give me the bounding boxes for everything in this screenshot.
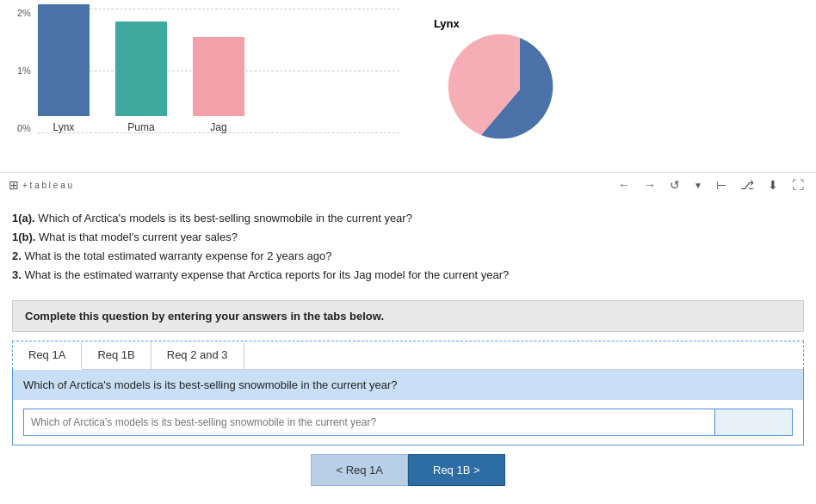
pie-area: Lynx (399, 9, 606, 172)
bar-puma (115, 22, 167, 116)
answer-input-wrapper (23, 409, 793, 436)
home-icon[interactable]: ⊢ (713, 176, 730, 194)
bar-jag (193, 37, 244, 116)
tableau-logo-text: + t a b l e a u (22, 181, 72, 190)
questions-section: 1(a). Which of Arctica's models is its b… (0, 197, 816, 292)
y-label-1pct: 1% (17, 66, 31, 76)
tabs-row: Req 1A Req 1B Req 2 and 3 (13, 341, 803, 370)
tableau-grid-icon: ⊞ (9, 178, 19, 192)
next-button[interactable]: Req 1B > (408, 454, 505, 486)
bar-label-jag: Jag (210, 121, 226, 133)
forward-icon[interactable]: → (640, 176, 659, 194)
complete-instruction-box: Complete this question by entering your … (12, 300, 804, 332)
q2-prefix: 2. (12, 249, 22, 262)
dropdown-icon[interactable]: ▼ (690, 179, 706, 192)
fullscreen-icon[interactable]: ⛶ (788, 176, 807, 194)
q1b-prefix: 1(b). (12, 230, 35, 243)
tab-req1a[interactable]: Req 1A (13, 341, 82, 370)
download-icon[interactable]: ⬇ (764, 176, 782, 194)
prev-button-label: < Req 1A (336, 464, 383, 476)
q3-text: What is the estimated warranty expense t… (24, 268, 509, 281)
y-label-2pct: 2% (17, 9, 31, 18)
active-question-display: Which of Arctica's models is its best-se… (12, 370, 804, 400)
bar-lynx (38, 4, 90, 116)
chart-area: 2% 1% 0% Lynx Puma Jag Lynx (0, 0, 816, 172)
question-1b: 1(b). What is that model's current year … (12, 228, 804, 247)
share-icon[interactable]: ⎇ (737, 176, 757, 194)
bar-label-lynx: Lynx (53, 121, 74, 133)
question-1a: 1(a). Which of Arctica's models is its b… (12, 209, 804, 228)
tab-req1b[interactable]: Req 1B (82, 341, 151, 369)
prev-button[interactable]: < Req 1A (311, 454, 408, 486)
bar-chart: Lynx Puma Jag (38, 9, 399, 159)
q1a-text: Which of Arctica's models is its best-se… (38, 212, 412, 224)
bar-group-puma: Puma (115, 22, 167, 133)
bar-group-lynx: Lynx (38, 4, 90, 133)
refresh-icon[interactable]: ↺ (666, 176, 683, 194)
y-axis: 2% 1% 0% (17, 9, 38, 159)
bar-label-puma: Puma (127, 121, 154, 133)
pie-chart-svg (434, 34, 606, 145)
tableau-logo: ⊞ + t a b l e a u (9, 178, 72, 192)
question-3: 3. What is the estimated warranty expens… (12, 266, 804, 285)
back-icon[interactable]: ← (615, 176, 634, 194)
question-2: 2. What is the total estimated warranty … (12, 247, 804, 266)
answer-input[interactable] (24, 411, 714, 433)
nav-buttons: < Req 1A Req 1B > (0, 454, 816, 486)
tableau-toolbar: ⊞ + t a b l e a u ← → ↺ ▼ ⊢ ⎇ ⬇ ⛶ (0, 172, 816, 197)
answer-area (12, 400, 804, 446)
pie-label: Lynx (434, 17, 460, 30)
next-button-label: Req 1B > (433, 464, 480, 476)
tabs-section: Req 1A Req 1B Req 2 and 3 (12, 341, 804, 370)
active-question-text: Which of Arctica's models is its best-se… (23, 378, 398, 391)
q2-text: What is the total estimated warranty exp… (24, 249, 331, 262)
bars-wrapper: Lynx Puma Jag (38, 9, 244, 133)
complete-instruction-text: Complete this question by entering your … (25, 310, 384, 323)
q1a-prefix: 1(a). (12, 212, 35, 224)
y-label-0pct: 0% (17, 124, 31, 133)
input-side-decoration (714, 409, 792, 435)
q1b-text: What is that model's current year sales? (39, 230, 238, 243)
tab-req23[interactable]: Req 2 and 3 (151, 341, 244, 369)
q3-prefix: 3. (12, 268, 22, 281)
bar-group-jag: Jag (193, 37, 244, 133)
